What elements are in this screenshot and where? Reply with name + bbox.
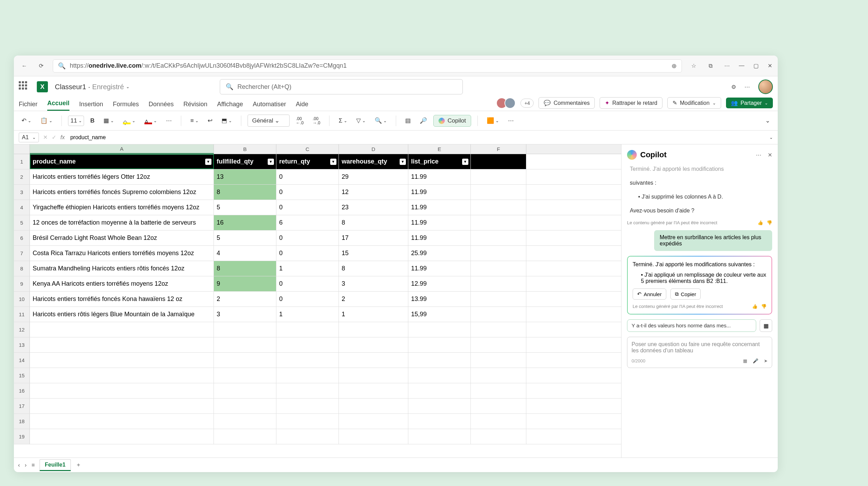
align-button[interactable]: ≡⌄ (187, 115, 201, 126)
cell[interactable]: 0 (276, 246, 339, 261)
reading-mode-icon[interactable]: ⊕ (671, 62, 677, 70)
cell[interactable] (30, 368, 214, 383)
cell[interactable] (30, 322, 214, 337)
cell[interactable]: Haricots entiers torréfiés foncés Suprem… (30, 185, 214, 200)
copilot-send-icon[interactable]: ➤ (764, 358, 768, 363)
filter-dropdown-icon[interactable]: ▾ (205, 159, 211, 165)
settings-icon[interactable]: ⚙ (731, 84, 736, 90)
cell[interactable] (471, 231, 526, 245)
cell[interactable]: Haricots entiers torréfiés foncés Kona h… (30, 292, 214, 307)
copilot-close-icon[interactable]: ✕ (768, 152, 772, 158)
collections-icon[interactable]: ⧉ (706, 61, 715, 71)
address-bar[interactable]: 🔍 https://onedrive.live.com/:w:/t/EaCKkP… (53, 59, 682, 73)
formula-input[interactable] (69, 133, 765, 142)
cell[interactable]: 1 (276, 261, 339, 276)
cell[interactable]: 0 (276, 185, 339, 200)
format-table-button[interactable]: 🟧⌄ (484, 115, 502, 126)
browser-menu-icon[interactable]: ⋯ (722, 61, 732, 71)
cell[interactable] (214, 353, 276, 368)
cell[interactable]: 0 (276, 231, 339, 245)
cell[interactable] (276, 399, 339, 413)
cell[interactable] (339, 353, 408, 368)
cell[interactable]: 17 (339, 231, 408, 245)
undo-button[interactable]: ↶⌄ (19, 115, 34, 126)
cell[interactable]: 9 (214, 276, 276, 291)
cell[interactable] (408, 383, 471, 398)
row-header[interactable]: 5 (14, 215, 30, 230)
cell[interactable] (471, 322, 526, 337)
row-header[interactable]: 19 (14, 429, 30, 444)
close-button[interactable]: ✕ (768, 62, 772, 69)
cell[interactable]: 15 (339, 246, 408, 261)
cell[interactable] (214, 368, 276, 383)
fill-color-button[interactable]: ◇⌄ (120, 116, 138, 125)
cell[interactable] (471, 307, 526, 322)
sheet-prev-icon[interactable]: ‹ (18, 462, 20, 468)
cell[interactable] (471, 261, 526, 276)
cell[interactable]: 2 (214, 292, 276, 307)
tab-accueil[interactable]: Accueil (47, 100, 69, 111)
cell[interactable]: 0 (276, 276, 339, 291)
cell[interactable] (214, 429, 276, 444)
cell[interactable]: 3 (339, 276, 408, 291)
cell[interactable] (408, 399, 471, 413)
bold-button[interactable]: B (87, 115, 97, 126)
cell[interactable] (339, 322, 408, 337)
cell[interactable]: 23 (339, 200, 408, 215)
cell[interactable]: Kenya AA Haricots entiers torréfiés moye… (30, 276, 214, 291)
cell[interactable] (339, 337, 408, 352)
row-header[interactable]: 1 (14, 154, 30, 169)
cell[interactable]: 4 (214, 246, 276, 261)
cell[interactable]: Costa Rica Tarrazu Haricots entiers torr… (30, 246, 214, 261)
row-header[interactable]: 4 (14, 200, 30, 215)
find-button[interactable]: 🔍⌄ (372, 115, 390, 126)
cell[interactable]: 25.99 (408, 246, 471, 261)
cell[interactable]: 8 (214, 261, 276, 276)
row-header[interactable]: 8 (14, 261, 30, 276)
cell[interactable] (276, 368, 339, 383)
analyze-data-button[interactable]: 🔎 (417, 115, 430, 126)
cell[interactable] (471, 169, 526, 184)
cell[interactable] (408, 368, 471, 383)
cell[interactable]: 11.99 (408, 261, 471, 276)
tab-revision[interactable]: Révision (183, 101, 207, 111)
col-header-F[interactable]: F (471, 144, 526, 154)
cell[interactable] (408, 337, 471, 352)
cell[interactable]: 11.99 (408, 200, 471, 215)
presence-avatars[interactable] (499, 98, 516, 109)
cell[interactable] (214, 322, 276, 337)
tab-aide[interactable]: Aide (296, 101, 308, 111)
cell[interactable] (339, 429, 408, 444)
search-input[interactable]: 🔍 Rechercher (Alt+Q) (220, 79, 463, 94)
cell[interactable]: 12 onces de torréfaction moyenne à la ba… (30, 215, 214, 230)
cell[interactable] (471, 276, 526, 291)
cell[interactable] (408, 414, 471, 429)
cell[interactable] (276, 414, 339, 429)
tab-formules[interactable]: Formules (113, 101, 139, 111)
cell[interactable]: 0 (276, 169, 339, 184)
cell[interactable] (339, 368, 408, 383)
cell[interactable]: Yirgacheffe éthiopien Haricots entiers t… (30, 200, 214, 215)
thumbs-down-icon[interactable]: 👎 (761, 304, 767, 309)
cell[interactable] (471, 414, 526, 429)
back-button[interactable]: ← (19, 61, 29, 71)
cell[interactable]: 8 (214, 185, 276, 200)
cell[interactable]: Haricots entiers torréfiés légers Otter … (30, 169, 214, 184)
row-header[interactable]: 17 (14, 399, 30, 413)
row-header[interactable]: 2 (14, 169, 30, 184)
minimize-button[interactable]: — (739, 62, 744, 69)
maximize-button[interactable]: ▢ (753, 62, 759, 69)
sort-filter-button[interactable]: ▽⌄ (353, 115, 368, 126)
sheet-next-icon[interactable]: › (25, 462, 26, 468)
row-header[interactable]: 11 (14, 307, 30, 322)
thumbs-down-icon[interactable]: 👎 (767, 220, 772, 225)
filter-dropdown-icon[interactable]: ▾ (268, 159, 274, 165)
filter-dropdown-icon[interactable]: ▾ (400, 159, 406, 165)
copilot-suggestion-more-icon[interactable]: ▦ (760, 319, 772, 332)
font-color-button[interactable]: A⌄ (142, 116, 160, 125)
row-header[interactable]: 13 (14, 337, 30, 352)
user-avatar[interactable] (758, 79, 773, 94)
tab-affichage[interactable]: Affichage (217, 101, 243, 111)
row-header[interactable]: 9 (14, 276, 30, 291)
cell[interactable]: 12 (339, 185, 408, 200)
